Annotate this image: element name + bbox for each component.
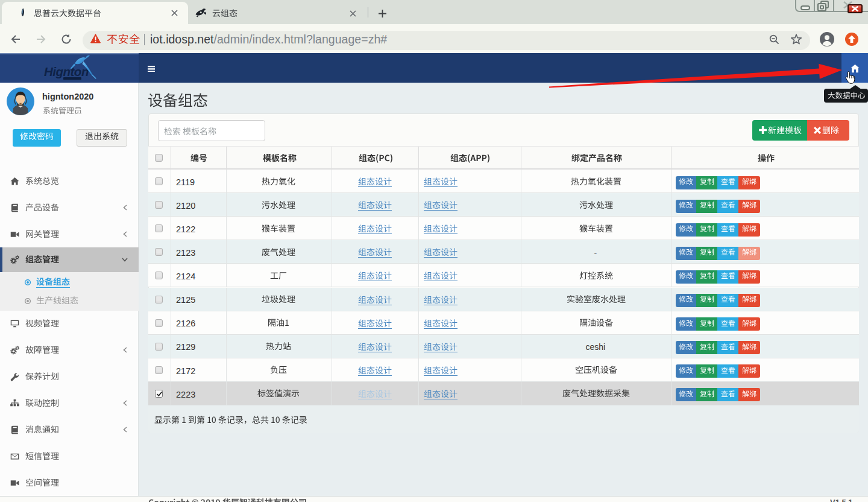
svg-text:Hignton: Hignton bbox=[44, 65, 89, 78]
